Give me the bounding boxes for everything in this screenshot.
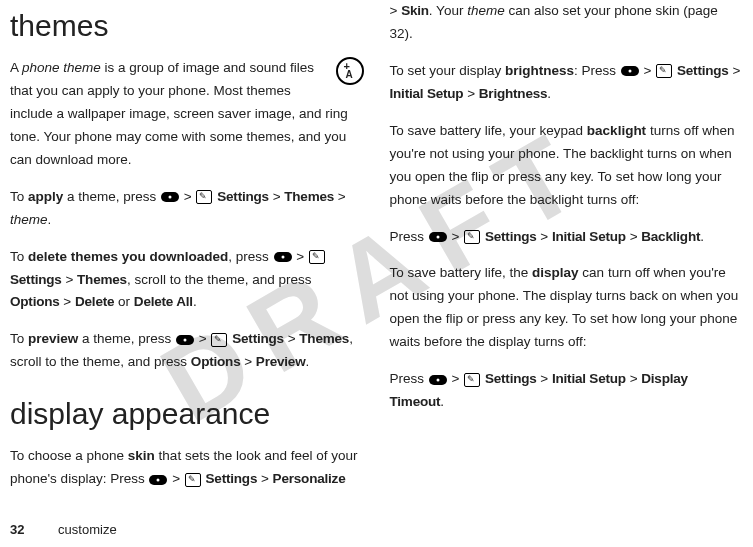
- sep: >: [334, 189, 346, 204]
- menu-delete: Delete: [75, 294, 114, 309]
- menu-brightness: Brightness: [479, 86, 548, 101]
- menu-themes: Themes: [77, 272, 127, 287]
- term-backlight: backlight: [587, 123, 646, 138]
- settings-icon: [656, 64, 672, 78]
- text: or: [114, 294, 134, 309]
- settings-icon: [464, 373, 480, 387]
- term-phone-theme: phone theme: [22, 60, 101, 75]
- text: A: [10, 60, 22, 75]
- menu-themes: Themes: [299, 331, 349, 346]
- center-key-icon: [429, 232, 447, 242]
- settings-icon: [211, 333, 227, 347]
- term-skin: skin: [128, 448, 155, 463]
- footer: 32 customize: [10, 519, 117, 541]
- sep: >: [626, 229, 641, 244]
- para-delete: To delete themes you downloaded, press >…: [10, 246, 364, 315]
- sep: >: [463, 86, 478, 101]
- center-key-icon: [621, 66, 639, 76]
- term-display: display: [532, 265, 579, 280]
- sep: >: [537, 371, 552, 386]
- text: To: [10, 249, 28, 264]
- menu-settings: Settings: [677, 63, 729, 78]
- text: is a group of image and sound files that…: [10, 60, 348, 167]
- para-backlight: To save battery life, your keypad backli…: [390, 120, 744, 212]
- menu-themes: Themes: [284, 189, 334, 204]
- menu-delete-all: Delete All: [134, 294, 193, 309]
- center-key-icon: [176, 335, 194, 345]
- settings-icon: [309, 250, 325, 264]
- menu-initial-setup: Initial Setup: [390, 86, 464, 101]
- text: To save battery life, the: [390, 265, 533, 280]
- section-name: customize: [58, 522, 117, 537]
- menu-preview: Preview: [256, 354, 306, 369]
- menu-settings: Settings: [10, 272, 62, 287]
- sep: >: [240, 354, 255, 369]
- menu-options: Options: [191, 354, 241, 369]
- menu-settings: Settings: [206, 471, 258, 486]
- sep: >: [729, 63, 741, 78]
- para-backlight-press: Press > Settings > Initial Setup > Backl…: [390, 226, 744, 249]
- text: To save battery life, your keypad: [390, 123, 587, 138]
- sep: >: [626, 371, 641, 386]
- menu-settings: Settings: [485, 371, 537, 386]
- text: To choose a phone: [10, 448, 128, 463]
- sep: >: [448, 371, 463, 386]
- center-key-icon: [429, 375, 447, 385]
- menu-backlight: Backlight: [641, 229, 700, 244]
- settings-icon: [464, 230, 480, 244]
- sep: >: [168, 471, 183, 486]
- left-column: themes A phone theme is a group of image…: [10, 0, 364, 505]
- settings-icon: [185, 473, 201, 487]
- menu-settings: Settings: [217, 189, 269, 204]
- center-key-icon: [274, 252, 292, 262]
- term-preview: preview: [28, 331, 78, 346]
- term-theme: theme: [467, 3, 505, 18]
- text: To: [10, 331, 28, 346]
- text: , scroll to the theme, and press: [127, 272, 312, 287]
- heading-display-appearance: display appearance: [10, 388, 364, 439]
- sep: >: [640, 63, 655, 78]
- feature-icon: [336, 57, 364, 85]
- menu-initial-setup: Initial Setup: [552, 229, 626, 244]
- sep: >: [537, 229, 552, 244]
- para-display-press: Press > Settings > Initial Setup > Displ…: [390, 368, 744, 414]
- text: To: [10, 189, 28, 204]
- term-apply: apply: [28, 189, 63, 204]
- sep: >: [284, 331, 299, 346]
- para-theme-intro: A phone theme is a group of image and so…: [10, 57, 364, 172]
- para-apply: To apply a theme, press > Settings > The…: [10, 186, 364, 232]
- text: , press: [228, 249, 272, 264]
- menu-initial-setup: Initial Setup: [552, 371, 626, 386]
- para-skin-cont: > Skin. Your theme can also set your pho…: [390, 0, 744, 46]
- center-key-icon: [149, 475, 167, 485]
- para-skin: To choose a phone skin that sets the loo…: [10, 445, 364, 491]
- para-preview: To preview a theme, press > Settings > T…: [10, 328, 364, 374]
- para-display-off: To save battery life, the display can tu…: [390, 262, 744, 354]
- right-column: > Skin. Your theme can also set your pho…: [390, 0, 744, 505]
- sep: >: [60, 294, 75, 309]
- sep: >: [62, 272, 77, 287]
- sep: >: [293, 249, 308, 264]
- text: : Press: [574, 63, 620, 78]
- settings-icon: [196, 190, 212, 204]
- menu-options: Options: [10, 294, 60, 309]
- sep: >: [180, 189, 195, 204]
- term-brightness: brightness: [505, 63, 574, 78]
- menu-personalize: Personalize: [273, 471, 346, 486]
- para-brightness: To set your display brightness: Press > …: [390, 60, 744, 106]
- menu-skin: Skin: [401, 3, 429, 18]
- heading-themes: themes: [10, 0, 364, 51]
- sep: >: [195, 331, 210, 346]
- page-content: themes A phone theme is a group of image…: [0, 0, 753, 505]
- page-number: 32: [10, 522, 24, 537]
- center-key-icon: [161, 192, 179, 202]
- text: Press: [390, 229, 428, 244]
- sep: >: [257, 471, 272, 486]
- sep: >: [448, 229, 463, 244]
- text: . Your: [429, 3, 467, 18]
- sep: >: [269, 189, 284, 204]
- term-delete: delete themes you downloaded: [28, 249, 228, 264]
- text: a theme, press: [78, 331, 175, 346]
- text: Press: [390, 371, 428, 386]
- menu-settings: Settings: [485, 229, 537, 244]
